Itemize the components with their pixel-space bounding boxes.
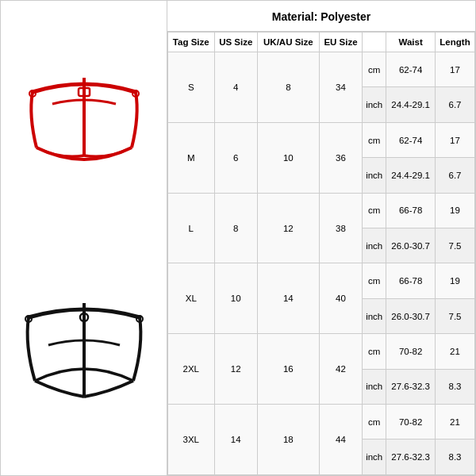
tag-size-cell: 2XL — [168, 334, 215, 405]
table-row: L81238cm66-7819 — [168, 193, 475, 228]
tag-size-cell: M — [168, 122, 215, 193]
waist-inch: 24.4-29.1 — [386, 87, 436, 122]
col-ukau-size: UK/AU Size — [257, 33, 319, 52]
eu-size-cell: 38 — [319, 193, 362, 263]
waist-inch: 26.0-30.7 — [386, 298, 436, 333]
eu-size-cell: 36 — [319, 122, 362, 193]
length-cm: 21 — [436, 405, 475, 440]
eu-size-cell: 34 — [319, 52, 362, 123]
ukau-size-cell: 8 — [257, 52, 319, 123]
col-length: Length — [436, 33, 475, 52]
table-row: 2XL121642cm70-8221 — [168, 334, 475, 369]
tag-size-cell: S — [168, 52, 215, 123]
material-header: Material: Polyester — [167, 1, 475, 32]
ukau-size-cell: 14 — [257, 263, 319, 334]
col-us-size: US Size — [214, 33, 257, 52]
us-size-cell: 10 — [214, 263, 257, 334]
size-table: Tag Size US Size UK/AU Size EU Size Wais… — [167, 32, 475, 475]
waist-inch: 27.6-32.3 — [386, 369, 436, 404]
length-inch: 7.5 — [436, 298, 475, 333]
col-waist: Waist — [386, 33, 436, 52]
col-unit — [363, 33, 386, 52]
ukau-size-cell: 12 — [257, 193, 319, 263]
unit-cm: cm — [363, 405, 386, 440]
length-cm: 21 — [436, 334, 475, 369]
unit-inch: inch — [363, 298, 386, 333]
unit-inch: inch — [363, 87, 386, 122]
size-table-column: Material: Polyester Tag Size US Size UK/… — [167, 1, 475, 475]
us-size-cell: 6 — [214, 122, 257, 193]
us-size-cell: 8 — [214, 193, 257, 263]
col-tag-size: Tag Size — [168, 33, 215, 52]
table-row: 3XL141844cm70-8221 — [168, 405, 475, 440]
product-images-column — [1, 1, 167, 475]
tag-size-cell: 3XL — [168, 405, 215, 475]
length-inch: 7.5 — [436, 228, 475, 263]
product-image-black — [17, 262, 152, 444]
waist-inch: 24.4-29.1 — [386, 158, 436, 193]
waist-cm: 66-78 — [386, 263, 436, 298]
unit-inch: inch — [363, 158, 386, 193]
table-row: M61036cm62-7417 — [168, 122, 475, 157]
table-row: XL101440cm66-7819 — [168, 263, 475, 298]
waist-cm: 66-78 — [386, 193, 436, 228]
unit-inch: inch — [363, 228, 386, 263]
length-cm: 17 — [436, 52, 475, 87]
unit-cm: cm — [363, 193, 386, 228]
us-size-cell: 12 — [214, 334, 257, 405]
tag-size-cell: XL — [168, 263, 215, 334]
length-inch: 6.7 — [436, 158, 475, 193]
length-cm: 17 — [436, 122, 475, 157]
length-cm: 19 — [436, 193, 475, 228]
waist-cm: 62-74 — [386, 52, 436, 87]
waist-inch: 26.0-30.7 — [386, 228, 436, 263]
ukau-size-cell: 10 — [257, 122, 319, 193]
waist-inch: 27.6-32.3 — [386, 440, 436, 475]
unit-inch: inch — [363, 369, 386, 404]
table-row: S4834cm62-7417 — [168, 52, 475, 87]
length-inch: 8.3 — [436, 440, 475, 475]
product-image-red — [17, 33, 152, 215]
unit-cm: cm — [363, 52, 386, 87]
ukau-size-cell: 16 — [257, 334, 319, 405]
us-size-cell: 14 — [214, 405, 257, 475]
tag-size-cell: L — [168, 193, 215, 263]
length-cm: 19 — [436, 263, 475, 298]
main-container: Material: Polyester Tag Size US Size UK/… — [0, 0, 476, 476]
us-size-cell: 4 — [214, 52, 257, 123]
col-eu-size: EU Size — [319, 33, 362, 52]
unit-inch: inch — [363, 440, 386, 475]
length-inch: 8.3 — [436, 369, 475, 404]
eu-size-cell: 40 — [319, 263, 362, 334]
ukau-size-cell: 18 — [257, 405, 319, 475]
unit-cm: cm — [363, 334, 386, 369]
eu-size-cell: 44 — [319, 405, 362, 475]
waist-cm: 70-82 — [386, 405, 436, 440]
unit-cm: cm — [363, 263, 386, 298]
waist-cm: 62-74 — [386, 122, 436, 157]
length-inch: 6.7 — [436, 87, 475, 122]
waist-cm: 70-82 — [386, 334, 436, 369]
eu-size-cell: 42 — [319, 334, 362, 405]
unit-cm: cm — [363, 122, 386, 157]
material-label: Material: Polyester — [272, 10, 371, 23]
